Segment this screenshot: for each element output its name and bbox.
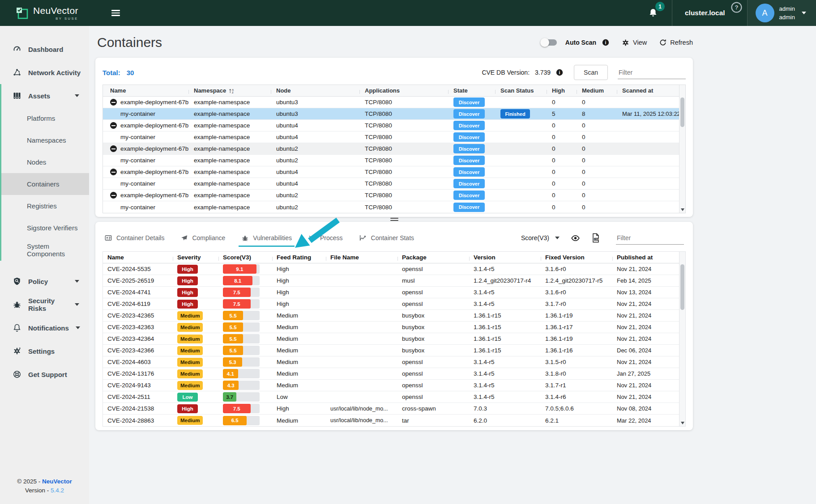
- sidebar-item-containers[interactable]: Containers: [1, 173, 89, 195]
- tab-container-stats[interactable]: Container Stats: [359, 228, 414, 248]
- vulnerability-table-row[interactable]: CVE-2024-6119 High 7.5 High openssl 3.1.…: [103, 298, 685, 310]
- container-table-row[interactable]: example-deployment-67bc66cdc5-f example-…: [103, 166, 685, 178]
- version-cell: 3.1.4-r5: [469, 359, 541, 365]
- menu-toggle-button[interactable]: [111, 8, 120, 18]
- scrollbar[interactable]: [679, 85, 685, 213]
- sidebar-item-dashboard[interactable]: Dashboard: [0, 38, 89, 61]
- panel-resize-handle[interactable]: [381, 218, 408, 221]
- column-header-applications[interactable]: Applications: [359, 87, 448, 94]
- help-icon[interactable]: ?: [731, 1, 743, 15]
- column-header-published-at[interactable]: Published at: [612, 254, 685, 261]
- column-header-medium[interactable]: Medium: [577, 87, 617, 94]
- vulnerability-table-row[interactable]: CVE-2024-2511 Low 3.7 Low openssl 3.1.4-…: [103, 391, 685, 403]
- sidebar-item-system-components[interactable]: System Components: [1, 239, 89, 261]
- scrollbar-thumb[interactable]: [680, 97, 684, 127]
- tab-container-details[interactable]: Container Details: [104, 228, 164, 248]
- column-header-state[interactable]: State: [448, 87, 495, 94]
- sidebar-item-security-risks[interactable]: Security Risks: [0, 293, 89, 316]
- user-menu[interactable]: A admin admin: [748, 0, 816, 26]
- column-header-node[interactable]: Node: [271, 87, 359, 94]
- info-icon[interactable]: i: [556, 69, 563, 76]
- applications-cell: TCP/8080: [359, 204, 448, 211]
- sidebar-item-settings[interactable]: Settings: [0, 339, 89, 363]
- container-table-row[interactable]: example-deployment-67bc66cdc5-r example-…: [103, 120, 685, 131]
- column-header-package[interactable]: Package: [397, 254, 469, 261]
- info-icon[interactable]: i: [602, 39, 609, 46]
- sidebar-item-notifications[interactable]: Notifications: [0, 316, 89, 339]
- score-value: 9.1: [236, 267, 243, 272]
- container-table-row[interactable]: my-container example-namespace ubuntu4 T…: [103, 131, 685, 143]
- vulnerability-table-row[interactable]: CVE-2024-4603 Medium 5.3 Medium openssl …: [103, 356, 685, 368]
- vulnerability-table-row[interactable]: CVE-2023-42363 Medium 5.5 Medium busybox…: [103, 322, 685, 333]
- terminal-icon: [308, 234, 316, 242]
- column-header-name[interactable]: Name: [107, 254, 173, 261]
- cluster-selector[interactable]: cluster.local: [672, 0, 730, 26]
- vulnerability-table-row[interactable]: CVE-2024-13176 Medium 4.1 Medium openssl…: [103, 368, 685, 380]
- container-table-row[interactable]: my-container example-namespace ubuntu4 T…: [103, 178, 685, 190]
- sidebar-item-network-activity[interactable]: Network Activity: [0, 61, 89, 84]
- refresh-button[interactable]: Refresh: [659, 38, 693, 47]
- scan-status-cell: Finished: [495, 109, 547, 119]
- column-header-name[interactable]: Name: [110, 87, 188, 94]
- blocked-icon: [110, 145, 117, 152]
- column-header-file-name[interactable]: File Name: [326, 254, 397, 261]
- vulnerability-table-row[interactable]: CVE-2023-42366 Medium 5.5 Medium busybox…: [103, 345, 685, 356]
- scrollbar[interactable]: [679, 252, 685, 426]
- auto-scan-toggle[interactable]: [542, 39, 557, 46]
- scroll-down-arrow-icon[interactable]: [681, 208, 684, 211]
- column-header-version[interactable]: Version: [469, 254, 541, 261]
- containers-filter-input[interactable]: [618, 66, 686, 79]
- container-table-row[interactable]: my-container example-namespace ubuntu2 T…: [103, 201, 685, 213]
- vulnerabilities-filter-input[interactable]: [616, 232, 684, 245]
- namespace-cell: example-namespace: [188, 122, 271, 129]
- vulnerability-table-row[interactable]: CVE-2024-21538 High 7.5 High usr/local/l…: [103, 403, 685, 415]
- container-table-row[interactable]: example-deployment-67bc66cdc5-l example-…: [103, 143, 685, 155]
- vulnerability-table-row[interactable]: CVE-2023-42365 Medium 5.5 Medium busybox…: [103, 310, 685, 322]
- view-button[interactable]: View: [621, 38, 647, 47]
- vulnerability-table-row[interactable]: CVE-2024-5535 High 9.1 High openssl 3.1.…: [103, 263, 685, 275]
- tab-process[interactable]: Process: [308, 228, 343, 248]
- score-version-select[interactable]: Score(V3): [521, 234, 560, 241]
- sidebar-item-policy[interactable]: Policy: [0, 270, 89, 293]
- tab-vulnerabilities[interactable]: Vulnerabilities: [241, 228, 292, 248]
- vulnerability-table-row[interactable]: CVE-2024-28863 Medium 6.5 Medium usr/loc…: [103, 415, 685, 426]
- sidebar-item-platforms[interactable]: Platforms: [1, 107, 89, 129]
- fixed-version-cell: 1.36.1-r19: [541, 335, 612, 342]
- column-header-score[interactable]: Score(V3): [218, 254, 272, 261]
- svg-text:i: i: [605, 40, 607, 45]
- column-header-high[interactable]: High: [547, 87, 577, 94]
- vulnerability-table-row[interactable]: CVE-2024-9143 Medium 4.3 Medium openssl …: [103, 380, 685, 391]
- tab-compliance[interactable]: Compliance: [180, 228, 225, 248]
- column-header-severity[interactable]: Severity: [173, 254, 218, 261]
- container-table-row[interactable]: my-container example-namespace ubuntu2 T…: [103, 155, 685, 166]
- sidebar-item-registries[interactable]: Registries: [1, 195, 89, 217]
- vulnerability-table-row[interactable]: CVE-2024-4741 High 7.5 High openssl 3.1.…: [103, 287, 685, 298]
- column-header-namespace[interactable]: Namespace AZ: [188, 87, 271, 94]
- neuvector-link[interactable]: NeuVector: [42, 478, 72, 485]
- brand-name: NeuVector: [33, 5, 78, 16]
- scan-button[interactable]: Scan: [574, 65, 608, 80]
- scrollbar-thumb[interactable]: [680, 264, 684, 310]
- sidebar-item-get-support[interactable]: Get Support: [0, 363, 89, 386]
- notifications-button[interactable]: 1: [640, 0, 672, 26]
- column-header-feed-rating[interactable]: Feed Rating: [272, 254, 326, 261]
- vulnerability-table-row[interactable]: CVE-2023-42364 Medium 5.5 Medium busybox…: [103, 333, 685, 345]
- container-table-row[interactable]: example-deployment-67bc66cdc5-p example-…: [103, 97, 685, 108]
- column-header-fixed-version[interactable]: Fixed Version: [541, 254, 612, 261]
- vulnerability-table-row[interactable]: CVE-2025-26519 High 8.1 High musl 1.2.4_…: [103, 275, 685, 287]
- sidebar-item-assets[interactable]: Assets: [1, 84, 89, 107]
- container-name: example-deployment-67bc66cdc5-p: [120, 99, 188, 106]
- container-table-row[interactable]: my-container example-namespace ubuntu3 T…: [103, 108, 685, 120]
- scroll-down-arrow-icon[interactable]: [681, 422, 684, 424]
- sidebar-item-namespaces[interactable]: Namespaces: [1, 129, 89, 151]
- column-header-scanned-at[interactable]: Scanned at: [617, 87, 685, 94]
- container-table-row[interactable]: example-deployment-67bc66cdc5-8 example-…: [103, 190, 685, 201]
- eye-icon[interactable]: [571, 233, 580, 243]
- gauge-icon: [13, 45, 21, 54]
- column-header-scan-status[interactable]: Scan Status: [495, 87, 547, 94]
- version-link[interactable]: 5.4.2: [51, 487, 64, 494]
- sidebar-item-sigstore-verifiers[interactable]: Sigstore Verifiers: [1, 217, 89, 239]
- sidebar-item-nodes[interactable]: Nodes: [1, 151, 89, 173]
- fixed-version-cell: 3.1.6-r0: [541, 266, 612, 272]
- csv-export-icon[interactable]: CSV: [591, 233, 600, 243]
